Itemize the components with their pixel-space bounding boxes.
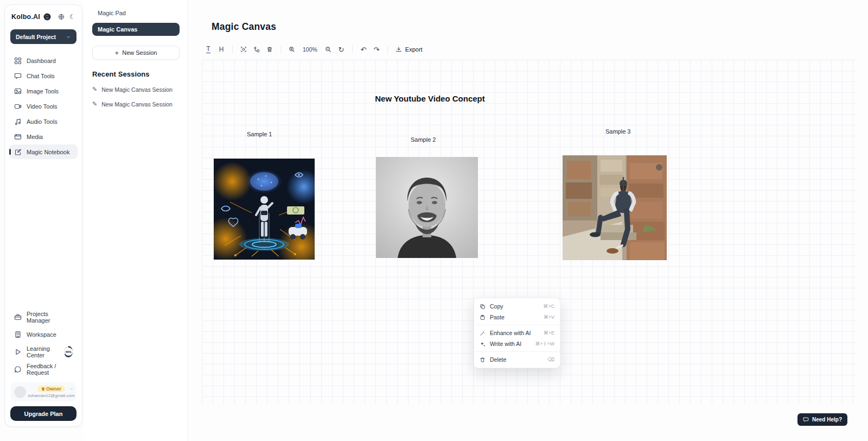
- page-title: Magic Canvas: [212, 21, 276, 33]
- image-icon: [14, 87, 22, 95]
- sidebar-item-image-tools[interactable]: Image Tools: [9, 84, 78, 98]
- context-item-shortcut: ⌫: [547, 357, 554, 362]
- sparkles-icon: [480, 341, 486, 347]
- sidebar-item-video-tools[interactable]: Video Tools: [9, 99, 78, 114]
- sample-1-label[interactable]: Sample 1: [247, 131, 272, 137]
- pencil-icon: ✎: [92, 86, 97, 93]
- video-camera-icon: [14, 103, 22, 110]
- sample-2-label[interactable]: Sample 2: [411, 136, 436, 143]
- toolbar-divider: [280, 46, 281, 54]
- sidebar-bottom-nav: Projects Manager Workspace Learning Cent…: [9, 309, 78, 377]
- sidebar-item-learning-center[interactable]: Learning Center 66%: [9, 344, 78, 360]
- chat-bubble-icon: [14, 72, 22, 80]
- connector-tool-button[interactable]: [250, 43, 263, 56]
- logo-row: Kolbo.AI ☾: [9, 12, 78, 21]
- session-item[interactable]: ✎ New Magic Canvas Session: [92, 86, 180, 93]
- help-chat-icon: [803, 417, 809, 423]
- context-menu-divider: [474, 351, 560, 352]
- redo-icon: ↷: [373, 46, 379, 53]
- music-note-icon: [14, 118, 22, 125]
- context-menu-divider: [474, 325, 560, 325]
- context-menu-item-copy[interactable]: Copy ⌘+C: [474, 301, 560, 312]
- new-session-label: New Session: [122, 49, 157, 56]
- need-help-button[interactable]: Need Help?: [797, 413, 847, 426]
- context-item-shortcut: ⌘+⇧+W: [535, 341, 554, 346]
- context-menu-item-write-with-ai[interactable]: Write with AI ⌘+⇧+W: [474, 338, 560, 349]
- context-item-label: Write with AI: [490, 341, 531, 347]
- rotate-icon: ↻: [338, 46, 344, 53]
- zoom-in-button[interactable]: [285, 43, 298, 56]
- heading-tool-button[interactable]: H: [215, 43, 228, 56]
- sample-1-image[interactable]: [214, 159, 315, 260]
- feedback-bubble-icon: [14, 366, 22, 373]
- owner-badge-label: Owner: [46, 386, 61, 392]
- paste-clipboard-icon: [480, 314, 486, 320]
- play-icon: [14, 348, 22, 356]
- session-item[interactable]: ✎ New Magic Canvas Session: [92, 100, 180, 108]
- upgrade-plan-button[interactable]: Upgrade Plan: [10, 406, 76, 421]
- crown-icon: ♛: [41, 387, 45, 392]
- language-globe-icon[interactable]: [58, 14, 65, 20]
- zoom-out-button[interactable]: [322, 43, 335, 56]
- sidebar-item-workspace[interactable]: Workspace: [9, 326, 78, 342]
- text-tool-button[interactable]: T: [202, 43, 215, 56]
- sidebar-item-label: Workspace: [27, 331, 56, 338]
- canvas-heading[interactable]: New Youtube Video Concept: [374, 94, 486, 103]
- context-menu-item-enhance-with-ai[interactable]: Enhance with AI ⌘+E: [474, 327, 560, 338]
- project-selector[interactable]: Default Project: [10, 29, 76, 44]
- sidebar-item-label: Projects Manager: [27, 311, 73, 324]
- sidebar-item-label: Image Tools: [27, 88, 59, 94]
- context-item-label: Enhance with AI: [490, 330, 539, 336]
- context-item-shortcut: ⌘+E: [544, 330, 554, 336]
- sidebar-item-projects-manager[interactable]: Projects Manager: [9, 309, 78, 325]
- primary-sidebar: Kolbo.AI ☾ Default Project Dashboard Cha…: [4, 4, 82, 427]
- owner-badge: ♛ Owner: [37, 386, 65, 392]
- notebook-pen-icon: [14, 148, 22, 156]
- sample-2-image[interactable]: [376, 157, 478, 258]
- sidebar-item-label: Learning Center: [27, 345, 58, 358]
- toolbar-divider: [232, 46, 233, 54]
- plus-icon: +: [115, 49, 119, 57]
- sidebar-item-chat-tools[interactable]: Chat Tools: [9, 68, 78, 83]
- chevron-down-icon: [66, 34, 71, 40]
- select-area-button[interactable]: [237, 43, 250, 56]
- sample-3-label[interactable]: Sample 3: [605, 128, 630, 135]
- sidebar-item-label: Magic Notebook: [27, 149, 70, 155]
- sidebar-item-media[interactable]: Media: [9, 129, 78, 144]
- recent-sessions-title: Recent Sessions: [92, 70, 180, 78]
- panel-item-magic-pad[interactable]: Magic Pad: [92, 8, 180, 20]
- toolbar-divider: [352, 46, 353, 54]
- canvas-workspace[interactable]: New Youtube Video Concept Sample 1 Sampl…: [202, 60, 857, 404]
- context-item-label: Paste: [490, 314, 539, 320]
- zoom-level-value[interactable]: 100%: [298, 46, 322, 53]
- reset-view-button[interactable]: ↻: [335, 43, 348, 56]
- app-logo: Kolbo.AI: [11, 13, 40, 21]
- sidebar-item-dashboard[interactable]: Dashboard: [9, 53, 78, 68]
- sample-3-image[interactable]: [563, 155, 667, 260]
- user-account-card[interactable]: ♛ Owner zoharvan12@gmail.com: [10, 382, 76, 401]
- redo-button[interactable]: ↷: [370, 43, 383, 56]
- sidebar-item-magic-notebook[interactable]: Magic Notebook: [9, 144, 78, 159]
- heading-tool-icon: H: [219, 46, 224, 53]
- workflow-nodes-icon: [253, 46, 260, 53]
- media-library-icon: [14, 133, 22, 141]
- context-menu: Copy ⌘+C Paste ⌘+V Enhance with AI ⌘+E W…: [474, 298, 560, 368]
- dark-mode-moon-icon[interactable]: ☾: [69, 14, 75, 20]
- sidebar-item-audio-tools[interactable]: Audio Tools: [9, 114, 78, 129]
- sessions-panel: Magic Pad Magic Canvas + New Session Rec…: [84, 0, 188, 441]
- context-menu-item-delete[interactable]: Delete ⌫: [474, 354, 560, 365]
- chevron-down-icon: [69, 387, 74, 391]
- context-menu-item-paste[interactable]: Paste ⌘+V: [474, 312, 560, 323]
- toolbar-divider: [387, 46, 388, 54]
- new-session-button[interactable]: + New Session: [92, 46, 180, 60]
- session-label: New Magic Canvas Session: [101, 86, 173, 93]
- user-avatar: [14, 386, 26, 398]
- sidebar-nav: Dashboard Chat Tools Image Tools Video T…: [9, 53, 78, 159]
- undo-button[interactable]: ↶: [357, 43, 370, 56]
- export-button[interactable]: Export: [392, 46, 426, 53]
- sidebar-item-feedback-request[interactable]: Feedback / Request: [9, 361, 78, 377]
- copy-icon: [480, 304, 486, 310]
- panel-item-magic-canvas[interactable]: Magic Canvas: [92, 23, 180, 36]
- zoom-in-icon: [289, 46, 295, 53]
- delete-tool-button[interactable]: [263, 43, 276, 56]
